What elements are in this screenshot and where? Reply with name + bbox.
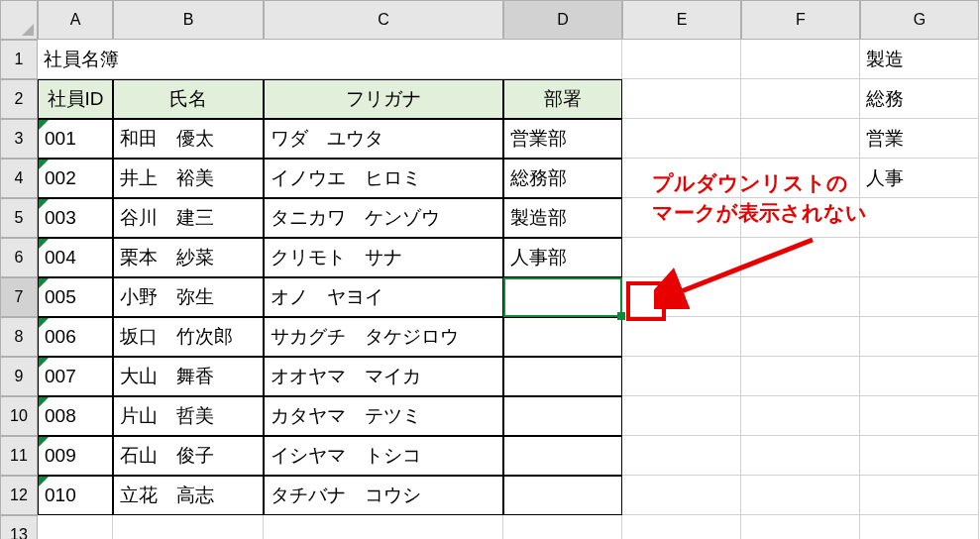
col-header-D[interactable]: D [503, 0, 622, 40]
cell-G4[interactable]: 人事 [860, 159, 979, 198]
cell-D12[interactable] [503, 476, 622, 515]
cell-E6[interactable] [622, 238, 741, 277]
cell-C10[interactable]: カタヤマ テツミ [264, 396, 503, 436]
cell-A13[interactable] [38, 515, 113, 539]
cell-B11[interactable]: 石山 俊子 [113, 436, 264, 476]
cell-B8[interactable]: 坂口 竹次郎 [113, 317, 264, 357]
col-header-B[interactable]: B [113, 0, 264, 40]
row-header-8[interactable]: 8 [0, 317, 38, 357]
cell-B2[interactable]: 氏名 [113, 79, 264, 119]
spreadsheet-grid[interactable]: A B C D E F G 1 社員名簿 製造 2 社員ID 氏名 フリガナ 部… [0, 0, 980, 539]
row-header-12[interactable]: 12 [0, 476, 38, 515]
cell-E3[interactable] [622, 119, 741, 159]
cell-C3[interactable]: ワダ ユウタ [264, 119, 503, 159]
cell-D11[interactable] [503, 436, 622, 476]
cell-G3[interactable]: 営業 [860, 119, 979, 159]
col-header-C[interactable]: C [264, 0, 503, 40]
cell-E13[interactable] [622, 515, 741, 539]
cell-D3[interactable]: 営業部 [503, 119, 622, 159]
cell-D7-selected[interactable] [503, 277, 622, 317]
cell-A3[interactable]: 001 [38, 119, 113, 159]
cell-A2[interactable]: 社員ID [38, 79, 113, 119]
cell-D9[interactable] [503, 357, 622, 396]
cell-B5[interactable]: 谷川 建三 [113, 198, 264, 238]
cell-C13[interactable] [264, 515, 503, 539]
cell-A12[interactable]: 010 [38, 476, 113, 515]
cell-B13[interactable] [113, 515, 264, 539]
cell-G12[interactable] [860, 476, 979, 515]
cell-G10[interactable] [860, 396, 979, 436]
cell-B6[interactable]: 栗本 紗菜 [113, 238, 264, 277]
cell-F10[interactable] [741, 396, 860, 436]
cell-E11[interactable] [622, 436, 741, 476]
cell-D6[interactable]: 人事部 [503, 238, 622, 277]
col-header-F[interactable]: F [741, 0, 860, 40]
row-header-13[interactable]: 13 [0, 515, 38, 539]
cell-E8[interactable] [622, 317, 741, 357]
cell-F11[interactable] [741, 436, 860, 476]
cell-C2[interactable]: フリガナ [264, 79, 503, 119]
cell-A6[interactable]: 004 [38, 238, 113, 277]
row-header-11[interactable]: 11 [0, 436, 38, 476]
col-header-G[interactable]: G [860, 0, 979, 40]
fill-handle-icon[interactable] [617, 312, 625, 320]
row-header-4[interactable]: 4 [0, 159, 38, 198]
cell-F8[interactable] [741, 317, 860, 357]
row-header-9[interactable]: 9 [0, 357, 38, 396]
cell-C6[interactable]: クリモト サナ [264, 238, 503, 277]
cell-G7[interactable] [860, 277, 979, 317]
cell-B12[interactable]: 立花 高志 [113, 476, 264, 515]
cell-A5[interactable]: 003 [38, 198, 113, 238]
cell-B3[interactable]: 和田 優太 [113, 119, 264, 159]
col-header-A[interactable]: A [38, 0, 113, 40]
row-header-2[interactable]: 2 [0, 79, 38, 119]
row-header-3[interactable]: 3 [0, 119, 38, 159]
cell-D5[interactable]: 製造部 [503, 198, 622, 238]
cell-F3[interactable] [741, 119, 860, 159]
cell-B4[interactable]: 井上 裕美 [113, 159, 264, 198]
cell-E12[interactable] [622, 476, 741, 515]
cell-D4[interactable]: 総務部 [503, 159, 622, 198]
row-header-5[interactable]: 5 [0, 198, 38, 238]
cell-A9[interactable]: 007 [38, 357, 113, 396]
cell-A8[interactable]: 006 [38, 317, 113, 357]
row-header-7[interactable]: 7 [0, 277, 38, 317]
cell-C12[interactable]: タチバナ コウシ [264, 476, 503, 515]
cell-A7[interactable]: 005 [38, 277, 113, 317]
cell-E1[interactable] [622, 40, 741, 79]
cell-A10[interactable]: 008 [38, 396, 113, 436]
cell-A1-title[interactable]: 社員名簿 [38, 40, 622, 79]
cell-G2[interactable]: 総務 [860, 79, 979, 119]
select-all-corner[interactable] [0, 0, 38, 40]
row-header-10[interactable]: 10 [0, 396, 38, 436]
cell-B9[interactable]: 大山 舞香 [113, 357, 264, 396]
cell-C11[interactable]: イシヤマ トシコ [264, 436, 503, 476]
cell-G11[interactable] [860, 436, 979, 476]
cell-C4[interactable]: イノウエ ヒロミ [264, 159, 503, 198]
cell-F7[interactable] [741, 277, 860, 317]
cell-F6[interactable] [741, 238, 860, 277]
cell-G1[interactable]: 製造 [860, 40, 979, 79]
cell-A4[interactable]: 002 [38, 159, 113, 198]
cell-D13[interactable] [503, 515, 622, 539]
cell-C8[interactable]: サカグチ タケジロウ [264, 317, 503, 357]
cell-F13[interactable] [741, 515, 860, 539]
cell-D10[interactable] [503, 396, 622, 436]
cell-D2[interactable]: 部署 [503, 79, 622, 119]
cell-G9[interactable] [860, 357, 979, 396]
cell-E2[interactable] [622, 79, 741, 119]
cell-F2[interactable] [741, 79, 860, 119]
cell-C7[interactable]: オノ ヤヨイ [264, 277, 503, 317]
cell-B7[interactable]: 小野 弥生 [113, 277, 264, 317]
cell-F9[interactable] [741, 357, 860, 396]
cell-G6[interactable] [860, 238, 979, 277]
cell-E9[interactable] [622, 357, 741, 396]
cell-C5[interactable]: タニカワ ケンゾウ [264, 198, 503, 238]
row-header-1[interactable]: 1 [0, 40, 38, 79]
col-header-E[interactable]: E [622, 0, 741, 40]
cell-A11[interactable]: 009 [38, 436, 113, 476]
cell-E10[interactable] [622, 396, 741, 436]
cell-G13[interactable] [860, 515, 979, 539]
cell-D8[interactable] [503, 317, 622, 357]
cell-F12[interactable] [741, 476, 860, 515]
